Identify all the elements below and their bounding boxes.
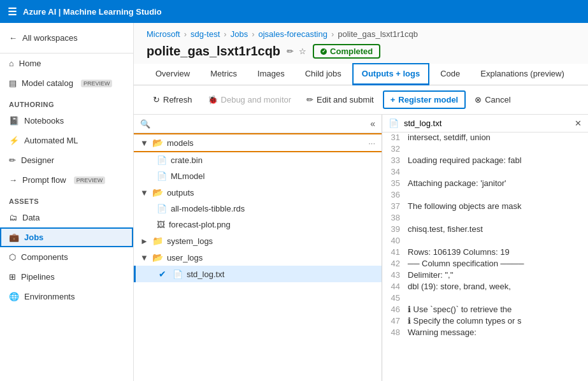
breadcrumb-ojsales[interactable]: ojsales-forecasting — [258, 29, 327, 39]
expand-system-icon: ► — [140, 236, 148, 246]
file-item-system-logs[interactable]: ► 📁 system_logs — [134, 233, 382, 249]
sidebar-item-jobs[interactable]: 💼 Jobs — [0, 227, 133, 247]
file-item-std-log[interactable]: ✔ 📄 std_log.txt — [134, 266, 382, 282]
edit-label: Edit and submit — [317, 95, 374, 104]
sidebar-item-model-catalog[interactable]: ▤ Model catalog PREVIEW — [0, 73, 133, 93]
log-line-text: ℹ Specify the column types or s — [408, 316, 521, 326]
tab-overview[interactable]: Overview — [147, 64, 199, 85]
file-item-user-logs[interactable]: ▼ 📂 user_logs — [134, 249, 382, 266]
log-line-text: chisq.test, fisher.test — [408, 224, 483, 234]
tab-child-jobs[interactable]: Child jobs — [296, 64, 350, 85]
log-line-text: ℹ Use `spec()` to retrieve the — [408, 305, 512, 314]
status-dot: ✓ — [320, 48, 327, 55]
cancel-button[interactable]: ⊗ Cancel — [468, 92, 517, 108]
file-name-outputs: outputs — [167, 188, 375, 198]
file-browser: 🔍 « ▼ 📂 models ··· — [134, 115, 382, 381]
components-label: Components — [21, 252, 68, 262]
log-row: 42── Column specification ──── — [382, 259, 588, 270]
line-number: 42 — [387, 259, 408, 268]
collapse-icon[interactable]: « — [370, 119, 375, 129]
line-number: 45 — [387, 293, 408, 303]
log-row: 43Delimiter: "," — [382, 270, 588, 282]
sidebar-item-data[interactable]: 🗂 Data — [0, 208, 133, 227]
log-row: 37The following objects are mask — [382, 201, 588, 213]
close-log-icon[interactable]: ✕ — [575, 119, 582, 128]
sidebar-item-designer[interactable]: ✏ Designer — [0, 150, 133, 170]
line-number: 37 — [387, 201, 408, 211]
log-header: 📄 std_log.txt ✕ — [382, 115, 588, 133]
debug-icon: 🐞 — [208, 95, 218, 104]
folder-outputs-icon: 📂 — [152, 187, 163, 198]
file-item-tibble[interactable]: 📄 all-models-tibble.rds — [134, 201, 382, 217]
log-content[interactable]: 31 intersect, setdiff, union3233Loading … — [382, 133, 588, 381]
breadcrumb-jobs[interactable]: Jobs — [231, 29, 248, 39]
title-icons: ✏ ☆ — [287, 47, 306, 56]
sidebar-item-automated-ml[interactable]: ⚡ Automated ML — [0, 131, 133, 150]
all-workspaces-item[interactable]: ← All workspaces — [0, 28, 133, 48]
home-icon: ⌂ — [9, 59, 14, 68]
log-row: 32 — [382, 144, 588, 155]
line-number: 35 — [387, 178, 408, 188]
toolbar: ↻ Refresh 🐞 Debug and monitor ✏ Edit and… — [134, 85, 588, 115]
log-panel: 📄 std_log.txt ✕ 31 intersect, setdiff, u… — [382, 115, 588, 381]
log-row: 33Loading required package: fabl — [382, 155, 588, 167]
file-name-user-logs: user_logs — [167, 253, 375, 262]
sidebar-item-home[interactable]: ⌂ Home — [0, 54, 133, 73]
refresh-icon: ↻ — [153, 95, 160, 104]
file-item-models[interactable]: ▼ 📂 models ··· — [134, 134, 382, 151]
sidebar-item-environments[interactable]: 🌐 Environments — [0, 287, 133, 306]
log-row: 48Warning message: — [382, 327, 588, 339]
cancel-icon: ⊗ — [475, 95, 482, 104]
model-catalog-label: Model catalog — [22, 78, 73, 88]
content-area: Microsoft › sdg-test › Jobs › ojsales-fo… — [134, 23, 588, 381]
refresh-button[interactable]: ↻ Refresh — [147, 92, 199, 108]
line-number: 31 — [387, 133, 408, 142]
file-item-mlmodel[interactable]: 📄 MLmodel — [134, 168, 382, 184]
more-options-icon[interactable]: ··· — [368, 138, 375, 148]
log-row: 34 — [382, 167, 588, 178]
file-list: ▼ 📂 models ··· 📄 crate.bin 📄 — [134, 133, 382, 381]
tab-explanations[interactable]: Explanations (preview) — [471, 64, 573, 85]
file-icon-tibble: 📄 — [157, 204, 167, 213]
debug-monitor-button[interactable]: 🐞 Debug and monitor — [201, 92, 298, 108]
tab-images[interactable]: Images — [248, 64, 294, 85]
file-item-outputs[interactable]: ▼ 📂 outputs — [134, 184, 382, 201]
search-input[interactable] — [154, 119, 366, 129]
file-name-std-log: std_log.txt — [187, 270, 375, 279]
sidebar-item-pipelines[interactable]: ⊞ Pipelines — [0, 267, 133, 287]
line-number: 36 — [387, 190, 408, 199]
breadcrumb-sdg-test[interactable]: sdg-test — [190, 29, 220, 39]
folder-user-icon: 📂 — [152, 252, 163, 262]
line-number: 32 — [387, 144, 408, 154]
prompt-flow-icon: → — [9, 175, 17, 185]
register-model-button[interactable]: + Register model — [383, 90, 466, 109]
tab-code[interactable]: Code — [431, 64, 469, 85]
sidebar: ← All workspaces ⌂ Home ▤ Model catalog … — [0, 23, 134, 381]
preview-badge: PREVIEW — [81, 80, 113, 87]
log-line-text: dbl (19): store, brand, week, — [408, 282, 511, 291]
breadcrumb-microsoft[interactable]: Microsoft — [147, 29, 180, 39]
line-number: 44 — [387, 282, 408, 291]
menu-icon[interactable]: ☰ — [8, 6, 17, 18]
breadcrumb-current: polite_gas_lsxt1r1cqb — [338, 29, 418, 39]
file-name-cratebin: crate.bin — [171, 155, 375, 165]
tabs-row: Overview Metrics Images Child jobs Outpu… — [134, 64, 588, 85]
edit-submit-button[interactable]: ✏ Edit and submit — [300, 92, 380, 108]
tab-metrics[interactable]: Metrics — [201, 64, 246, 85]
edit-pencil-icon[interactable]: ✏ — [287, 47, 294, 56]
back-icon: ← — [9, 33, 17, 43]
sidebar-item-components[interactable]: ⬡ Components — [0, 247, 133, 267]
tab-outputs-logs[interactable]: Outputs + logs — [353, 64, 429, 85]
line-number: 46 — [387, 305, 408, 314]
notebooks-label: Notebooks — [24, 116, 64, 126]
file-icon-mlmodel: 📄 — [157, 171, 167, 181]
log-row: 40 — [382, 236, 588, 247]
file-item-cratebin[interactable]: 📄 crate.bin — [134, 152, 382, 168]
sidebar-item-prompt-flow[interactable]: → Prompt flow PREVIEW — [0, 170, 133, 190]
star-icon[interactable]: ☆ — [299, 47, 306, 56]
file-item-forecast-plot[interactable]: 🖼 forecast-plot.png — [134, 217, 382, 233]
log-line-text: Attaching package: 'janitor' — [408, 178, 506, 188]
folder-locked-icon: 📂 — [152, 138, 163, 148]
sidebar-item-notebooks[interactable]: 📓 Notebooks — [0, 111, 133, 131]
prompt-flow-label: Prompt flow — [22, 175, 66, 185]
